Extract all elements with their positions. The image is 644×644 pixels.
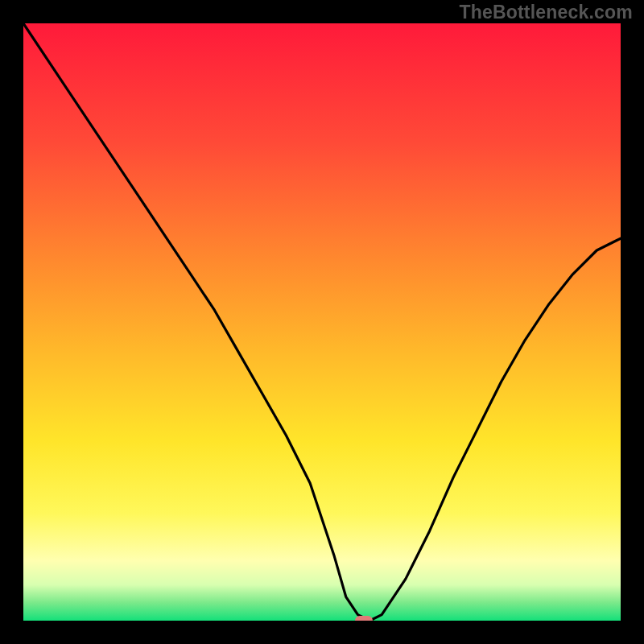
- bottleneck-curve: [23, 23, 621, 621]
- chart-frame: TheBottleneck.com: [0, 0, 644, 644]
- brand-label: TheBottleneck.com: [459, 2, 633, 23]
- optimum-marker: [355, 616, 373, 621]
- plot-area: [23, 23, 621, 621]
